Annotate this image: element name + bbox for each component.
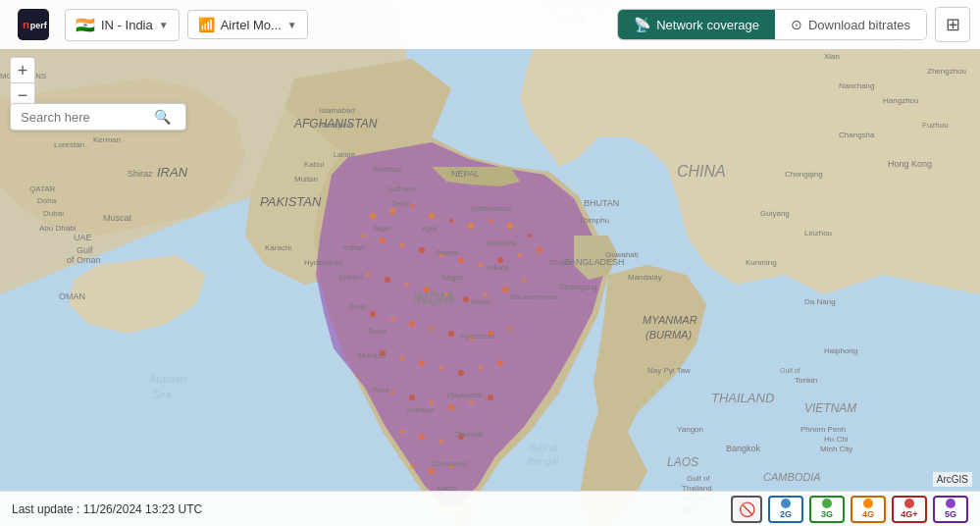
svg-text:Raipur: Raipur	[471, 298, 491, 306]
svg-point-52	[439, 440, 443, 444]
download-icon: ⊙	[791, 17, 802, 32]
legend-4gplus[interactable]: 4G+	[892, 496, 927, 523]
tab-network-coverage[interactable]: 📡 Network coverage	[618, 10, 775, 39]
svg-point-55	[429, 468, 435, 474]
svg-text:Thimphu: Thimphu	[579, 216, 609, 225]
svg-point-29	[370, 311, 376, 317]
svg-text:Kothari: Kothari	[343, 244, 366, 251]
svg-point-17	[497, 257, 503, 263]
svg-point-27	[502, 287, 508, 292]
svg-point-6	[468, 223, 474, 229]
svg-point-45	[409, 394, 415, 400]
svg-point-42	[479, 366, 483, 370]
svg-text:Chongqing: Chongqing	[785, 170, 823, 179]
svg-text:Fuzhou: Fuzhou	[922, 121, 949, 130]
map-container[interactable]: IRAN AFGHANISTAN PAKISTAN INDIA CHINA MY…	[0, 0, 980, 526]
svg-text:Ho Chi: Ho Chi	[824, 435, 849, 444]
svg-text:Hyderabad: Hyderabad	[304, 258, 342, 267]
svg-point-30	[390, 317, 394, 321]
svg-text:Abu Dhabi: Abu Dhabi	[39, 224, 77, 233]
svg-text:Nay Pyi Taw: Nay Pyi Taw	[647, 366, 691, 375]
svg-text:Shiraz: Shiraz	[128, 169, 153, 179]
svg-point-32	[430, 327, 434, 331]
legend-2g[interactable]: 2G	[768, 496, 803, 523]
svg-text:Gulf of: Gulf of	[780, 367, 800, 374]
legend-4g[interactable]: 4G	[851, 496, 886, 523]
svg-text:Kabul: Kabul	[304, 160, 325, 169]
svg-point-49	[488, 394, 493, 400]
search-input[interactable]	[21, 110, 148, 125]
svg-point-26	[484, 292, 488, 296]
svg-text:Yangon: Yangon	[677, 425, 703, 434]
svg-text:Vijayawada: Vijayawada	[446, 392, 482, 399]
svg-text:INDIA: INDIA	[412, 290, 455, 307]
svg-text:Delhi: Delhi	[392, 199, 410, 208]
operator-chevron-icon: ▼	[287, 20, 297, 30]
svg-text:CAMBODIA: CAMBODIA	[763, 471, 821, 483]
legend-5g[interactable]: 5G	[933, 496, 968, 523]
svg-text:Lorestan: Lorestan	[54, 140, 84, 149]
svg-point-7	[489, 219, 492, 223]
legend-3g[interactable]: 3G	[809, 496, 845, 523]
legend-no-signal[interactable]: 🚫	[731, 496, 762, 523]
svg-text:Kerman: Kerman	[93, 135, 121, 144]
svg-text:Agra: Agra	[422, 225, 437, 233]
svg-text:Varanasi: Varanasi	[486, 238, 516, 247]
svg-text:Nanchang: Nanchang	[839, 81, 874, 90]
svg-point-47	[448, 404, 454, 410]
svg-text:Minh City: Minh City	[820, 445, 852, 453]
svg-text:Changsha: Changsha	[839, 131, 875, 139]
logo-icon: n perf	[18, 9, 49, 40]
svg-point-11	[380, 237, 386, 243]
svg-text:Haiphong: Haiphong	[824, 346, 857, 355]
svg-point-20	[366, 273, 370, 277]
operator-dropdown[interactable]: 📶 Airtel Mo... ▼	[187, 10, 308, 39]
logo[interactable]: n perf	[10, 5, 57, 44]
svg-text:n: n	[23, 19, 29, 30]
svg-text:Linzhou: Linzhou	[804, 229, 832, 237]
last-update-text: Last update : 11/26/2024 13:23 UTC	[12, 502, 202, 516]
svg-text:Tonkin: Tonkin	[795, 376, 817, 385]
svg-text:Xian: Xian	[824, 52, 840, 61]
svg-text:Dhaka: Dhaka	[549, 258, 573, 267]
svg-text:Dubai: Dubai	[43, 209, 64, 218]
svg-text:Hyderabad: Hyderabad	[461, 333, 494, 341]
svg-text:Surat: Surat	[368, 327, 387, 336]
svg-text:Amritsar: Amritsar	[373, 165, 402, 174]
svg-point-1	[370, 213, 376, 219]
svg-text:Kunming: Kunming	[746, 258, 777, 267]
country-chevron-icon: ▼	[159, 20, 169, 30]
svg-text:Jaipur: Jaipur	[373, 225, 392, 233]
svg-text:VIETNAM: VIETNAM	[804, 401, 856, 415]
tab-download-bitrates[interactable]: ⊙ Download bitrates	[775, 10, 926, 39]
operator-label: Airtel Mo...	[221, 18, 282, 32]
svg-text:Bangkok: Bangkok	[726, 444, 761, 453]
expand-button[interactable]: ⊞	[935, 7, 970, 42]
svg-text:THAILAND: THAILAND	[711, 391, 774, 405]
svg-point-54	[410, 464, 414, 468]
svg-point-44	[390, 391, 394, 394]
svg-text:Bhopal: Bhopal	[437, 249, 458, 257]
svg-text:NEPAL: NEPAL	[451, 169, 480, 179]
tab-download-label: Download bitrates	[808, 18, 910, 32]
svg-text:Phnom Penh: Phnom Penh	[800, 425, 846, 434]
svg-text:Lahore: Lahore	[334, 151, 355, 158]
svg-text:Coimbatore: Coimbatore	[432, 460, 467, 467]
svg-point-50	[400, 430, 404, 434]
svg-point-41	[458, 370, 464, 376]
svg-point-46	[430, 400, 434, 404]
svg-text:Bhubaneswar: Bhubaneswar	[510, 292, 558, 301]
svg-point-3	[410, 204, 414, 208]
svg-text:of Oman: of Oman	[67, 255, 101, 265]
svg-point-16	[479, 263, 483, 267]
zoom-in-button[interactable]: +	[10, 57, 35, 82]
svg-text:Islamabad: Islamabad	[319, 106, 355, 115]
svg-point-13	[419, 247, 425, 253]
svg-text:UAE: UAE	[74, 233, 92, 242]
svg-text:Kathmandu: Kathmandu	[471, 204, 511, 213]
svg-point-38	[400, 356, 404, 360]
tab-group: 📡 Network coverage ⊙ Download bitrates	[617, 9, 927, 40]
svg-point-36	[508, 327, 512, 331]
country-dropdown[interactable]: 🇮🇳 IN - India ▼	[65, 9, 180, 41]
country-label: IN - India	[101, 18, 153, 32]
